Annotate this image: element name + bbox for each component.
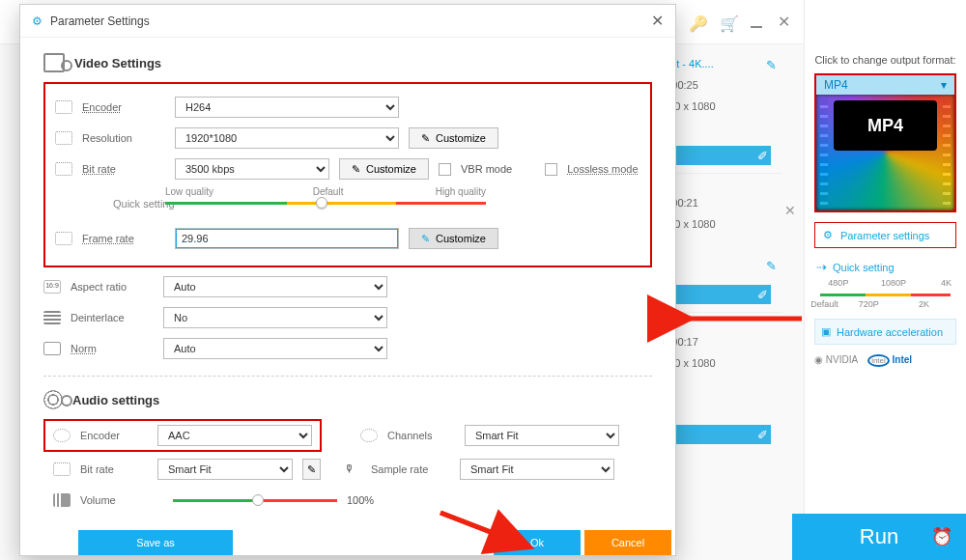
bitrate-icon	[55, 162, 72, 176]
aspect-label: Aspect ratio	[71, 281, 154, 293]
gpu-vendors: ◉ NVIDIA intel Intel	[814, 354, 956, 365]
volume-label: Volume	[80, 494, 163, 506]
edit-icon[interactable]: ✐	[757, 288, 768, 301]
mic-icon: 🎙	[344, 462, 361, 476]
dialog-title: Parameter Settings	[50, 14, 150, 28]
video-encoder-select[interactable]: H264	[175, 97, 399, 118]
nvidia-badge: ◉ NVIDIA	[814, 354, 858, 365]
video-bitrate-select[interactable]: 3500 kbps	[175, 158, 329, 180]
lossless-label: Lossless mode	[567, 163, 638, 175]
pencil-icon[interactable]: ✎	[766, 58, 777, 72]
quality-slider[interactable]: Low quality Default High quality	[165, 186, 486, 213]
audio-settings-heading: Audio settings	[43, 390, 652, 409]
channels-icon	[360, 429, 378, 442]
deinterlace-label: Deinterlace	[71, 312, 154, 323]
audio-bitrate-select[interactable]: Smart Fit	[157, 459, 293, 480]
framerate-icon	[55, 232, 72, 245]
volume-icon	[53, 493, 71, 507]
key-icon[interactable]: 🔑	[689, 14, 704, 30]
audio-encoder-select[interactable]: AAC	[157, 425, 312, 446]
framerate-customize-button[interactable]: ✎Customize	[409, 228, 498, 249]
bitrate-label: Bit rate	[82, 163, 165, 175]
speaker-icon	[43, 390, 63, 409]
save-as-button[interactable]: Save as	[78, 530, 233, 555]
format-thumbnail: MP4	[816, 95, 954, 210]
norm-select[interactable]: Auto	[163, 338, 387, 359]
video-highlight-box: Encoder H264 Resolution 1920*1080 ✎Custo…	[43, 82, 652, 267]
dialog-titlebar: ⚙ Parameter Settings ✕	[20, 5, 675, 38]
edit-icon[interactable]: ✐	[757, 149, 768, 162]
close-icon[interactable]: ✕	[651, 12, 664, 30]
resolution-icon	[55, 131, 72, 145]
audio-encoder-highlight: Encoder AAC	[43, 419, 322, 452]
parameter-settings-dialog: ⚙ Parameter Settings ✕ Video Settings En…	[19, 4, 676, 556]
pencil-icon[interactable]: ✎	[766, 259, 777, 273]
audio-bitrate-label: Bit rate	[80, 463, 148, 475]
audio-bitrate-icon	[53, 462, 71, 476]
samplerate-label: Sample rate	[371, 463, 450, 475]
vbr-label: VBR mode	[461, 163, 512, 175]
norm-label: Norm	[71, 343, 154, 354]
sliders-icon: ⚙	[823, 229, 833, 241]
resolution-label: Resolution	[82, 132, 165, 144]
alarm-icon[interactable]: ⏰	[931, 526, 952, 547]
sliders-icon: ⚙	[32, 14, 43, 28]
vbr-checkbox[interactable]	[439, 163, 451, 176]
close-button[interactable]: ✕	[778, 13, 790, 31]
channels-select[interactable]: Smart Fit	[465, 425, 619, 446]
audio-bitrate-edit-button[interactable]: ✎	[302, 459, 321, 480]
intel-badge: intel Intel	[867, 354, 912, 365]
deinterlace-select[interactable]: No	[163, 307, 387, 328]
minimize-button[interactable]	[751, 26, 762, 28]
framerate-input[interactable]	[175, 228, 399, 249]
ok-button[interactable]: Ok	[494, 530, 581, 555]
encoder-label: Encoder	[82, 101, 165, 113]
video-settings-heading: Video Settings	[43, 53, 652, 72]
gear-icon	[55, 100, 72, 114]
aspect-select[interactable]: Auto	[163, 276, 387, 297]
audio-encoder-icon	[53, 429, 71, 442]
film-icon	[43, 53, 65, 72]
cancel-button[interactable]: Cancel	[584, 530, 671, 555]
resolution-customize-button[interactable]: ✎Customize	[409, 127, 498, 149]
norm-icon	[43, 342, 61, 355]
aspect-icon: 16:9	[43, 280, 61, 294]
edit-icon[interactable]: ✐	[757, 428, 768, 441]
output-format-card[interactable]: MP4 ▾ MP4	[814, 73, 956, 212]
parameter-settings-button[interactable]: ⚙ Parameter settings	[814, 222, 956, 248]
audio-encoder-label: Encoder	[80, 430, 148, 441]
channels-label: Channels	[387, 430, 455, 441]
output-panel: Click to change output format: MP4 ▾ MP4…	[804, 0, 966, 560]
dialog-footer: Save as Ok Cancel	[20, 530, 675, 555]
format-label: MP4	[824, 78, 848, 92]
quick-setting-label: ⇢Quick setting	[816, 260, 954, 274]
bitrate-customize-button[interactable]: ✎Customize	[339, 158, 429, 180]
run-button[interactable]: Run ⏰	[792, 514, 966, 560]
cart-icon[interactable]: 🛒	[720, 14, 735, 30]
volume-slider[interactable]	[173, 493, 337, 507]
chip-icon: ▣	[821, 325, 831, 338]
framerate-label: Frame rate	[82, 233, 165, 244]
remove-icon[interactable]: ✕	[784, 203, 796, 218]
lossless-checkbox[interactable]	[545, 163, 557, 176]
volume-value: 100%	[347, 494, 374, 506]
chevron-down-icon[interactable]: ▾	[941, 78, 947, 92]
output-hint: Click to change output format:	[805, 44, 966, 71]
hardware-accel-toggle[interactable]: ▣ Hardware acceleration	[814, 319, 956, 345]
samplerate-select[interactable]: Smart Fit	[460, 459, 614, 480]
quick-setting-slider[interactable]: 480P 1080P 4K Default 720P 2K	[816, 278, 954, 313]
deinterlace-icon	[43, 311, 61, 324]
resolution-select[interactable]: 1920*1080	[175, 127, 399, 149]
